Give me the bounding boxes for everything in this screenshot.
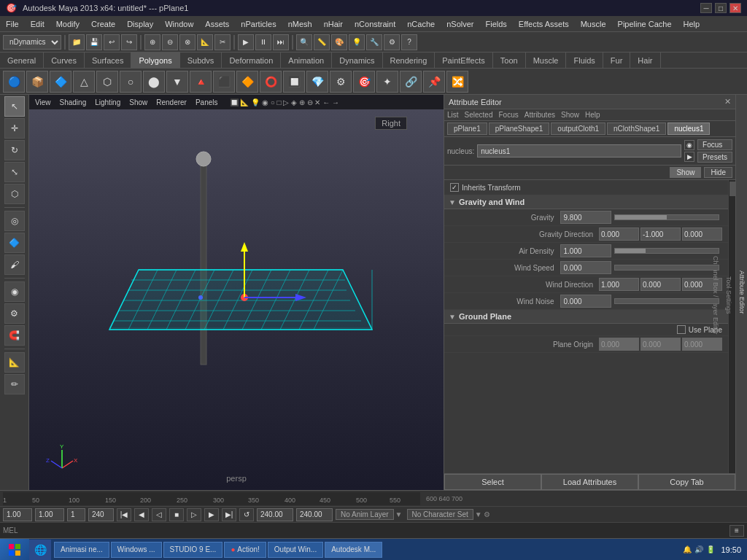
anim-dropdown-icon[interactable]: ▼ — [395, 510, 403, 518]
shelf-icon-3[interactable]: 🔷 — [50, 71, 71, 93]
menu-item-fields[interactable]: Fields — [479, 18, 512, 30]
shelf-icon-12[interactable]: ⭕ — [260, 71, 282, 93]
annotation[interactable]: ✏ — [4, 374, 25, 394]
shelf-icon-8[interactable]: ▼ — [166, 71, 188, 93]
menu-item-nhair[interactable]: nHair — [318, 18, 349, 30]
vp-menu-lighting[interactable]: Lighting — [92, 98, 123, 106]
shelf-icon-13[interactable]: 🔲 — [283, 71, 305, 93]
attr-list-btn[interactable]: List — [447, 111, 459, 119]
attr-tab-nucleus1[interactable]: nucleus1 — [667, 122, 710, 135]
attr-help-btn[interactable]: Help — [585, 111, 600, 119]
goto-start-btn[interactable]: |◀ — [117, 508, 131, 521]
shelf-tab-fur[interactable]: Fur — [603, 52, 631, 68]
vp-menu-renderer[interactable]: Renderer — [153, 98, 190, 106]
copy-tab-button[interactable]: Copy Tab — [638, 474, 735, 490]
shelf-icon-20[interactable]: 🔀 — [446, 71, 468, 93]
shelf-icon-7[interactable]: ⬤ — [143, 71, 165, 93]
wind-dir-y[interactable] — [640, 278, 681, 291]
attr-tab-nclothshape1[interactable]: nClothShape1 — [607, 122, 666, 135]
attr-tab-pplane1[interactable]: pPlane1 — [447, 122, 487, 135]
shelf-icon-15[interactable]: ⚙ — [330, 71, 352, 93]
toolbar-btn-5[interactable]: ⊕ — [144, 34, 160, 50]
gravity-slider[interactable] — [614, 214, 720, 220]
toolbar-btn-9[interactable]: ✂ — [214, 34, 231, 50]
vp-menu-shading[interactable]: Shading — [57, 98, 90, 106]
minimize-button[interactable]: ─ — [700, 3, 712, 13]
plane-origin-x[interactable] — [599, 338, 639, 351]
shelf-tab-painteffects[interactable]: PaintEffects — [435, 52, 493, 68]
attr-selected-btn[interactable]: Selected — [465, 111, 493, 119]
menu-item-nsolver[interactable]: nSolver — [441, 18, 479, 30]
shelf-tab-muscle[interactable]: Muscle — [526, 52, 567, 68]
shelf-tab-dynamics[interactable]: Dynamics — [332, 52, 382, 68]
menu-item-ncache[interactable]: nCache — [401, 18, 441, 30]
sculpt-tool[interactable]: ◉ — [4, 281, 25, 302]
lasso-tool[interactable]: 🔷 — [4, 233, 25, 253]
gravity-dir-y[interactable] — [640, 228, 681, 241]
wind-noise-input[interactable] — [560, 295, 611, 308]
menu-item-nconstraint[interactable]: nConstraint — [349, 18, 401, 30]
wind-speed-slider[interactable] — [614, 265, 720, 271]
toolbar-btn-17[interactable]: 🔧 — [366, 34, 382, 50]
menu-item-nmesh[interactable]: nMesh — [282, 18, 318, 30]
toolbar-btn-6[interactable]: ⊖ — [162, 34, 178, 50]
toolbar-btn-13[interactable]: 🔍 — [296, 34, 312, 50]
plane-origin-y[interactable] — [640, 338, 681, 351]
toolbar-btn-12[interactable]: ⏭ — [273, 34, 289, 50]
char-dropdown-icon[interactable]: ▼ — [475, 510, 482, 518]
menu-item-modify[interactable]: Modify — [50, 18, 85, 30]
focus-button[interactable]: Focus — [697, 139, 732, 150]
hide-button[interactable]: Hide — [704, 167, 732, 178]
side-tab-tool-settings[interactable]: Tool Settings — [725, 273, 732, 317]
taskbar-item-3[interactable]: STUDIO 9 E... — [163, 542, 223, 558]
wind-speed-input[interactable] — [560, 261, 611, 274]
menu-item-edit[interactable]: Edit — [25, 18, 50, 30]
taskbar-item-4[interactable]: ● Action! — [224, 542, 266, 558]
menu-item-display[interactable]: Display — [121, 18, 159, 30]
toolbar-btn-1[interactable]: 📁 — [69, 34, 85, 50]
toolbar-btn-7[interactable]: ⊗ — [179, 34, 196, 50]
snap-tool[interactable]: 🧲 — [4, 325, 25, 346]
3d-viewport[interactable]: View Shading Lighting Show Renderer Pane… — [29, 95, 444, 490]
toolbar-btn-16[interactable]: 💡 — [349, 34, 365, 50]
toolbar-btn-11[interactable]: ⏸ — [255, 34, 271, 50]
air-density-slider[interactable] — [614, 248, 720, 254]
taskbar-item-2[interactable]: Windows ... — [111, 542, 162, 558]
shelf-icon-17[interactable]: ✦ — [376, 71, 398, 93]
show-manip[interactable]: ⚙ — [4, 303, 25, 324]
start-button[interactable] — [0, 539, 29, 561]
range-start-input[interactable] — [35, 508, 64, 521]
attr-show-link[interactable]: Show — [561, 111, 579, 119]
no-char-set[interactable]: No Character Set — [407, 509, 473, 520]
shelf-icon-2[interactable]: 📦 — [26, 71, 48, 93]
toolbar-btn-15[interactable]: 🎨 — [331, 34, 347, 50]
shelf-icon-5[interactable]: ⬡ — [96, 71, 118, 93]
menu-item-effects-assets[interactable]: Effects Assets — [513, 18, 575, 30]
gravity-dir-x[interactable] — [599, 228, 639, 241]
toolbar-btn-2[interactable]: 💾 — [86, 34, 102, 50]
playback-end-input[interactable] — [296, 508, 333, 521]
scrollbar[interactable] — [728, 180, 735, 473]
taskbar-item-5[interactable]: Output Win... — [268, 542, 323, 558]
shelf-icon-16[interactable]: 🎯 — [353, 71, 375, 93]
shelf-tab-polygons[interactable]: Polygons — [131, 52, 179, 68]
universal-tool[interactable]: ⬡ — [4, 184, 25, 204]
shelf-tab-surfaces[interactable]: Surfaces — [85, 52, 131, 68]
inherits-transform-checkbox[interactable] — [450, 183, 459, 192]
toolbar-btn-4[interactable]: ↪ — [121, 34, 137, 50]
play-fwd-btn[interactable]: ▷ — [187, 508, 201, 521]
taskbar-ie-icon[interactable]: 🌐 — [29, 540, 51, 560]
ground-plane-section[interactable]: ▼ Ground Plane — [444, 310, 728, 324]
loop-btn[interactable]: ↺ — [239, 508, 254, 521]
shelf-tab-rendering[interactable]: Rendering — [383, 52, 436, 68]
char-extra-icon[interactable]: ⚙ — [484, 510, 490, 518]
taskbar-item-6[interactable]: Autodesk M... — [325, 542, 382, 558]
show-button[interactable]: Show — [670, 167, 701, 178]
menu-item-window[interactable]: Window — [159, 18, 199, 30]
menu-item-help[interactable]: Help — [678, 18, 706, 30]
shelf-tab-hair[interactable]: Hair — [630, 52, 660, 68]
load-attributes-button[interactable]: Load Attributes — [541, 474, 638, 490]
nucleus-name-input[interactable] — [477, 144, 681, 158]
wind-dir-x[interactable] — [599, 278, 639, 291]
shelf-tab-general[interactable]: General — [0, 52, 44, 68]
